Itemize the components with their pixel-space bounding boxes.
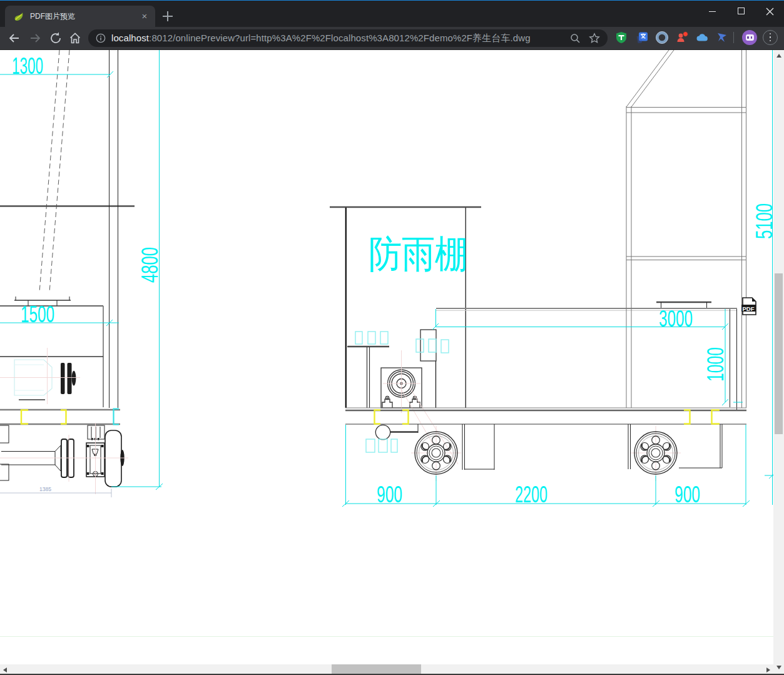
motor [381, 350, 458, 464]
vertical-scrollbar-thumb[interactable] [775, 273, 783, 434]
maximize-button[interactable] [726, 1, 755, 21]
shelter-label: 防雨棚 [369, 233, 468, 275]
dim-900-left: 900 [377, 482, 402, 507]
tampermonkey-shield-icon[interactable] [615, 31, 628, 44]
url-path: :8012/onlinePreview?url=http%3A%2F%2Floc… [149, 33, 531, 43]
cloud-drive-icon[interactable] [696, 31, 708, 44]
robot-face-icon [746, 34, 754, 41]
pdf-badge-label: PDF [743, 305, 755, 312]
side-view: 防雨棚 [330, 50, 746, 470]
back-icon[interactable] [8, 31, 21, 45]
address-bar[interactable]: localhost:8012/onlinePreview?url=http%3A… [88, 29, 608, 47]
deck [345, 408, 746, 424]
forward-icon[interactable] [28, 31, 42, 45]
browser-menu-icon[interactable] [763, 30, 778, 45]
dim-1300: 1300 [12, 53, 43, 79]
scroll-left-icon[interactable] [3, 667, 7, 672]
tab-close-icon[interactable]: × [139, 11, 150, 22]
image-assistant-icon[interactable] [676, 31, 688, 44]
dim-4800: 4800 [137, 247, 163, 283]
cad-drawing: 1385 1300 1500 4800 防雨棚 [0, 50, 784, 675]
tall-frame [626, 50, 746, 408]
refresh-icon[interactable] [49, 31, 63, 45]
page-content: 1385 1300 1500 4800 防雨棚 [0, 50, 784, 675]
scroll-up-icon[interactable] [776, 54, 781, 58]
home-icon[interactable] [68, 31, 82, 45]
preview-image-edge [0, 636, 773, 637]
tab-title: PDF图片预览 [30, 11, 139, 22]
left-wheel [411, 426, 461, 481]
bookmark-star-icon[interactable] [589, 33, 600, 44]
browser-toolbar: localhost:8012/onlinePreview?url=http%3A… [0, 27, 784, 50]
scroll-right-icon[interactable] [766, 667, 770, 672]
vertical-scrollbar[interactable] [773, 50, 784, 675]
zoom-icon[interactable] [570, 33, 581, 44]
new-tab-button[interactable] [163, 11, 173, 21]
scroll-down-icon[interactable] [776, 666, 781, 669]
dim-1385: 1385 [39, 486, 51, 492]
close-button[interactable] [755, 1, 784, 21]
page-info-icon[interactable] [96, 33, 106, 43]
pdf-download-icon[interactable]: PDF [741, 298, 756, 315]
dim-900-right: 900 [675, 482, 700, 507]
dim-1000: 1000 [703, 347, 728, 382]
toolbar-separator [733, 32, 734, 43]
right-wheel [631, 426, 681, 481]
tab-strip: PDF图片预览 × [0, 1, 784, 27]
profile-avatar[interactable] [742, 30, 757, 45]
minimize-button[interactable] [698, 1, 726, 21]
side-view-dimensions: 3000 1000 900 2200 900 5100 [342, 50, 777, 507]
url-text[interactable]: localhost:8012/onlinePreview?url=http%3A… [111, 33, 531, 44]
dim-1500: 1500 [21, 302, 54, 327]
translate-icon[interactable] [636, 31, 648, 44]
browser-tab[interactable]: PDF图片预览 × [5, 6, 155, 27]
proxy-ring-icon[interactable] [656, 31, 668, 44]
thunderbird-icon[interactable] [716, 31, 728, 44]
dim-2200: 2200 [515, 482, 547, 507]
spring-leaf-favicon [14, 11, 24, 21]
url-host: localhost [111, 33, 149, 43]
dim-3000: 3000 [659, 306, 693, 332]
left-view: 1385 [0, 50, 135, 497]
